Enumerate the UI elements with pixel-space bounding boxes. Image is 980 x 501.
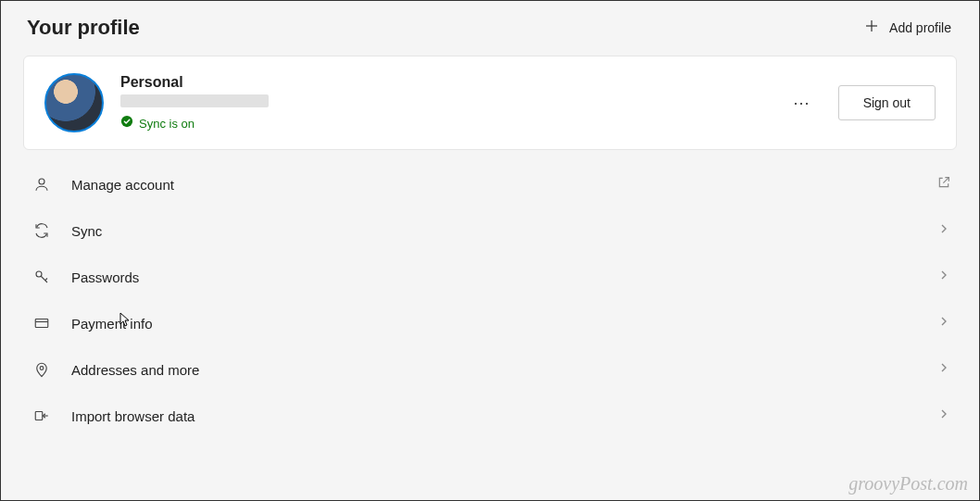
menu-label: Import browser data: [71, 408, 936, 424]
profile-name: Personal: [120, 74, 766, 91]
add-profile-label: Add profile: [889, 20, 951, 35]
svg-rect-8: [35, 412, 43, 420]
external-link-icon: [936, 175, 951, 194]
menu-label: Manage account: [71, 177, 936, 193]
card-icon: [32, 314, 51, 332]
profile-card: Personal Sync is on ··· Sign out: [23, 56, 957, 150]
menu-label: Payment info: [71, 316, 936, 332]
page-title: Your profile: [27, 16, 140, 40]
check-circle-icon: [120, 115, 133, 132]
menu-item-import-browser-data[interactable]: Import browser data: [23, 393, 957, 439]
chevron-right-icon: [936, 314, 951, 332]
svg-rect-5: [35, 319, 48, 328]
menu-item-manage-account[interactable]: Manage account: [23, 161, 957, 207]
profile-email-redacted: [120, 94, 269, 107]
more-options-button[interactable]: ···: [783, 88, 822, 119]
plus-icon: [863, 18, 880, 37]
import-icon: [32, 407, 51, 425]
settings-menu: Manage account Sync Passwords Payment in…: [23, 161, 957, 439]
chevron-right-icon: [936, 360, 951, 379]
sync-status: Sync is on: [120, 115, 766, 132]
watermark: groovyPost.com: [848, 473, 968, 495]
svg-point-3: [39, 179, 44, 184]
sync-icon: [32, 221, 51, 240]
menu-label: Passwords: [71, 269, 936, 285]
add-profile-button[interactable]: Add profile: [858, 14, 957, 41]
key-icon: [32, 268, 51, 286]
location-icon: [32, 360, 51, 379]
svg-point-2: [121, 116, 132, 127]
menu-label: Addresses and more: [71, 362, 936, 378]
menu-item-addresses[interactable]: Addresses and more: [23, 346, 957, 393]
svg-point-4: [36, 271, 42, 277]
menu-label: Sync: [71, 223, 936, 239]
sign-out-button[interactable]: Sign out: [838, 85, 936, 120]
menu-item-passwords[interactable]: Passwords: [23, 254, 957, 300]
avatar: [44, 73, 104, 132]
sync-status-label: Sync is on: [139, 117, 195, 131]
chevron-right-icon: [936, 268, 951, 286]
person-icon: [32, 175, 51, 194]
menu-item-sync[interactable]: Sync: [23, 207, 957, 254]
chevron-right-icon: [936, 221, 951, 240]
svg-point-7: [40, 367, 44, 370]
menu-item-payment-info[interactable]: Payment info: [23, 300, 957, 346]
chevron-right-icon: [936, 407, 951, 425]
